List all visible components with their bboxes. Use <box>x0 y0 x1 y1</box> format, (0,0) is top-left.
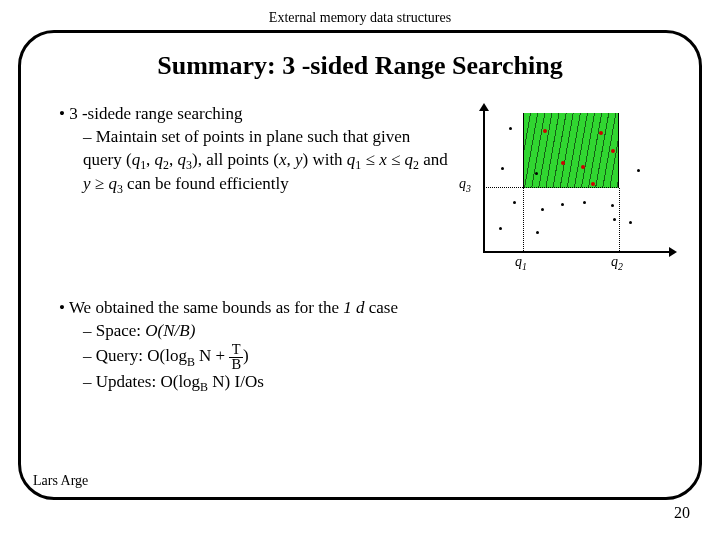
point-out <box>629 221 632 224</box>
page-number: 20 <box>674 504 690 522</box>
x-axis <box>483 251 671 253</box>
updates-formula-icon: O(logB N) <box>160 371 230 395</box>
bullet-1: 3 -sidede range searching Maintain set o… <box>59 103 453 198</box>
point-out <box>499 227 502 230</box>
bounds-updates: Updates: O(logB N) I/Os <box>83 371 671 395</box>
point-out <box>535 172 538 175</box>
slide-title: Summary: 3 -sided Range Searching <box>49 51 671 81</box>
hatch-pattern <box>524 113 618 187</box>
bounds-query: Query: O(logB N + TB) <box>83 343 671 371</box>
q2-guideline <box>619 188 620 253</box>
query-formula-icon: O(logB N + TB) <box>147 343 249 371</box>
point-out <box>513 201 516 204</box>
point-out <box>637 169 640 172</box>
q2-label: q2 <box>611 253 623 273</box>
point-out <box>501 167 504 170</box>
point-in <box>543 129 547 133</box>
point-in <box>561 161 565 165</box>
q3-guideline <box>483 187 523 188</box>
point-in <box>611 149 615 153</box>
slide-content: 3 -sidede range searching Maintain set o… <box>49 103 671 396</box>
point-out <box>509 127 512 130</box>
bounds-space: Space: O(N/B) <box>83 320 671 343</box>
point-out <box>536 231 539 234</box>
bullet-2: We obtained the same bounds as for the 1… <box>59 297 671 396</box>
point-out <box>583 201 586 204</box>
point-out <box>541 208 544 211</box>
range-diagram: q3 q1 q2 <box>461 109 671 279</box>
page-header: External memory data structures <box>0 0 720 30</box>
point-in <box>581 165 585 169</box>
point-out <box>611 204 614 207</box>
point-in <box>591 182 595 186</box>
q1-guideline <box>523 188 524 253</box>
y-axis <box>483 109 485 253</box>
point-out <box>561 203 564 206</box>
q1-label: q1 <box>515 253 527 273</box>
footer-author: Lars Arge <box>33 473 88 489</box>
q3-label: q3 <box>459 175 471 195</box>
query-region <box>523 113 619 188</box>
slide-frame: Summary: 3 -sided Range Searching 3 -sid… <box>18 30 702 500</box>
bullet-1-sub: Maintain set of points in plane such tha… <box>83 126 453 198</box>
point-in <box>599 131 603 135</box>
point-out <box>613 218 616 221</box>
